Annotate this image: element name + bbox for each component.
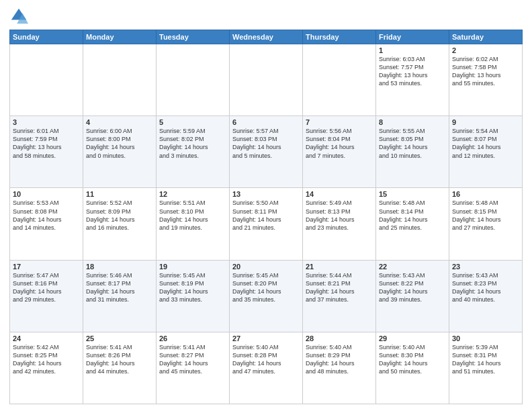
header <box>9 7 523 26</box>
cell-info: Sunrise: 5:49 AM Sunset: 8:13 PM Dayligh… <box>306 199 373 232</box>
logo-icon <box>9 7 28 26</box>
day-number: 4 <box>86 118 153 126</box>
calendar-cell <box>230 44 303 116</box>
calendar-cell: 9Sunrise: 5:54 AM Sunset: 8:07 PM Daylig… <box>449 116 523 188</box>
cell-info: Sunrise: 5:51 AM Sunset: 8:10 PM Dayligh… <box>159 199 226 232</box>
calendar-cell: 3Sunrise: 6:01 AM Sunset: 7:59 PM Daylig… <box>10 116 83 188</box>
cell-info: Sunrise: 6:00 AM Sunset: 8:00 PM Dayligh… <box>86 127 153 160</box>
day-number: 13 <box>232 190 300 198</box>
cell-info: Sunrise: 5:41 AM Sunset: 8:26 PM Dayligh… <box>86 343 153 376</box>
calendar-cell: 15Sunrise: 5:48 AM Sunset: 8:14 PM Dayli… <box>376 188 449 260</box>
cell-info: Sunrise: 6:02 AM Sunset: 7:58 PM Dayligh… <box>452 55 519 88</box>
calendar-cell: 1Sunrise: 6:03 AM Sunset: 7:57 PM Daylig… <box>376 44 449 116</box>
calendar-cell: 22Sunrise: 5:43 AM Sunset: 8:22 PM Dayli… <box>376 260 449 332</box>
calendar-cell: 8Sunrise: 5:55 AM Sunset: 8:05 PM Daylig… <box>376 116 449 188</box>
cell-info: Sunrise: 6:01 AM Sunset: 7:59 PM Dayligh… <box>13 127 80 160</box>
calendar-cell: 26Sunrise: 5:41 AM Sunset: 8:27 PM Dayli… <box>157 332 230 404</box>
calendar-table: SundayMondayTuesdayWednesdayThursdayFrid… <box>9 30 523 404</box>
day-number: 11 <box>86 190 153 198</box>
day-number: 24 <box>13 334 80 342</box>
day-number: 22 <box>379 263 446 271</box>
calendar-cell: 13Sunrise: 5:50 AM Sunset: 8:11 PM Dayli… <box>230 188 303 260</box>
cell-info: Sunrise: 5:47 AM Sunset: 8:16 PM Dayligh… <box>13 271 80 304</box>
day-number: 2 <box>452 46 519 54</box>
cell-info: Sunrise: 5:50 AM Sunset: 8:11 PM Dayligh… <box>232 199 300 232</box>
day-header-thursday: Thursday <box>303 30 376 44</box>
calendar-cell: 25Sunrise: 5:41 AM Sunset: 8:26 PM Dayli… <box>83 332 157 404</box>
page: SundayMondayTuesdayWednesdayThursdayFrid… <box>0 0 532 411</box>
day-header-saturday: Saturday <box>449 30 523 44</box>
calendar-cell: 24Sunrise: 5:42 AM Sunset: 8:25 PM Dayli… <box>10 332 83 404</box>
cell-info: Sunrise: 5:45 AM Sunset: 8:20 PM Dayligh… <box>232 271 300 304</box>
cell-info: Sunrise: 5:39 AM Sunset: 8:31 PM Dayligh… <box>452 343 519 376</box>
calendar-cell: 17Sunrise: 5:47 AM Sunset: 8:16 PM Dayli… <box>10 260 83 332</box>
calendar-cell: 11Sunrise: 5:52 AM Sunset: 8:09 PM Dayli… <box>83 188 157 260</box>
calendar-cell: 20Sunrise: 5:45 AM Sunset: 8:20 PM Dayli… <box>230 260 303 332</box>
calendar-week-row: 1Sunrise: 6:03 AM Sunset: 7:57 PM Daylig… <box>10 44 523 116</box>
cell-info: Sunrise: 5:48 AM Sunset: 8:15 PM Dayligh… <box>452 199 519 232</box>
cell-info: Sunrise: 5:40 AM Sunset: 8:30 PM Dayligh… <box>379 343 446 376</box>
day-header-wednesday: Wednesday <box>230 30 303 44</box>
calendar-week-row: 17Sunrise: 5:47 AM Sunset: 8:16 PM Dayli… <box>10 260 523 332</box>
calendar-cell <box>83 44 157 116</box>
calendar-cell: 30Sunrise: 5:39 AM Sunset: 8:31 PM Dayli… <box>449 332 523 404</box>
calendar-cell: 19Sunrise: 5:45 AM Sunset: 8:19 PM Dayli… <box>157 260 230 332</box>
cell-info: Sunrise: 5:40 AM Sunset: 8:28 PM Dayligh… <box>232 343 300 376</box>
calendar-week-row: 3Sunrise: 6:01 AM Sunset: 7:59 PM Daylig… <box>10 116 523 188</box>
day-number: 30 <box>452 334 519 342</box>
day-number: 27 <box>232 334 300 342</box>
cell-info: Sunrise: 5:57 AM Sunset: 8:03 PM Dayligh… <box>232 127 300 160</box>
calendar-cell: 7Sunrise: 5:56 AM Sunset: 8:04 PM Daylig… <box>303 116 376 188</box>
cell-info: Sunrise: 5:44 AM Sunset: 8:21 PM Dayligh… <box>306 271 373 304</box>
calendar-cell: 6Sunrise: 5:57 AM Sunset: 8:03 PM Daylig… <box>230 116 303 188</box>
cell-info: Sunrise: 5:43 AM Sunset: 8:22 PM Dayligh… <box>379 271 446 304</box>
calendar-cell: 23Sunrise: 5:43 AM Sunset: 8:23 PM Dayli… <box>449 260 523 332</box>
day-header-sunday: Sunday <box>10 30 83 44</box>
day-number: 3 <box>13 118 80 126</box>
day-header-friday: Friday <box>376 30 449 44</box>
day-number: 18 <box>86 263 153 271</box>
day-number: 26 <box>159 334 226 342</box>
calendar-cell: 10Sunrise: 5:53 AM Sunset: 8:08 PM Dayli… <box>10 188 83 260</box>
calendar-cell: 2Sunrise: 6:02 AM Sunset: 7:58 PM Daylig… <box>449 44 523 116</box>
day-number: 16 <box>452 190 519 198</box>
calendar-cell <box>10 44 83 116</box>
logo <box>9 7 31 26</box>
cell-info: Sunrise: 5:40 AM Sunset: 8:29 PM Dayligh… <box>306 343 373 376</box>
calendar-cell: 5Sunrise: 5:59 AM Sunset: 8:02 PM Daylig… <box>157 116 230 188</box>
day-number: 8 <box>379 118 446 126</box>
calendar-cell: 29Sunrise: 5:40 AM Sunset: 8:30 PM Dayli… <box>376 332 449 404</box>
day-number: 20 <box>232 263 300 271</box>
cell-info: Sunrise: 5:53 AM Sunset: 8:08 PM Dayligh… <box>13 199 80 232</box>
day-number: 21 <box>306 263 373 271</box>
calendar-header-row: SundayMondayTuesdayWednesdayThursdayFrid… <box>10 30 523 44</box>
day-number: 12 <box>159 190 226 198</box>
day-number: 5 <box>159 118 226 126</box>
calendar-cell: 14Sunrise: 5:49 AM Sunset: 8:13 PM Dayli… <box>303 188 376 260</box>
day-number: 29 <box>379 334 446 342</box>
day-number: 19 <box>159 263 226 271</box>
calendar-cell: 21Sunrise: 5:44 AM Sunset: 8:21 PM Dayli… <box>303 260 376 332</box>
cell-info: Sunrise: 5:52 AM Sunset: 8:09 PM Dayligh… <box>86 199 153 232</box>
day-number: 14 <box>306 190 373 198</box>
calendar-cell <box>303 44 376 116</box>
calendar-cell <box>157 44 230 116</box>
cell-info: Sunrise: 5:43 AM Sunset: 8:23 PM Dayligh… <box>452 271 519 304</box>
day-number: 15 <box>379 190 446 198</box>
cell-info: Sunrise: 5:41 AM Sunset: 8:27 PM Dayligh… <box>159 343 226 376</box>
day-header-tuesday: Tuesday <box>157 30 230 44</box>
calendar-cell: 12Sunrise: 5:51 AM Sunset: 8:10 PM Dayli… <box>157 188 230 260</box>
day-number: 9 <box>452 118 519 126</box>
calendar-cell: 16Sunrise: 5:48 AM Sunset: 8:15 PM Dayli… <box>449 188 523 260</box>
cell-info: Sunrise: 5:56 AM Sunset: 8:04 PM Dayligh… <box>306 127 373 160</box>
calendar-cell: 18Sunrise: 5:46 AM Sunset: 8:17 PM Dayli… <box>83 260 157 332</box>
calendar-cell: 28Sunrise: 5:40 AM Sunset: 8:29 PM Dayli… <box>303 332 376 404</box>
day-number: 10 <box>13 190 80 198</box>
day-number: 1 <box>379 46 446 54</box>
cell-info: Sunrise: 5:48 AM Sunset: 8:14 PM Dayligh… <box>379 199 446 232</box>
day-number: 23 <box>452 263 519 271</box>
cell-info: Sunrise: 6:03 AM Sunset: 7:57 PM Dayligh… <box>379 55 446 88</box>
cell-info: Sunrise: 5:42 AM Sunset: 8:25 PM Dayligh… <box>13 343 80 376</box>
calendar-week-row: 10Sunrise: 5:53 AM Sunset: 8:08 PM Dayli… <box>10 188 523 260</box>
day-number: 17 <box>13 263 80 271</box>
